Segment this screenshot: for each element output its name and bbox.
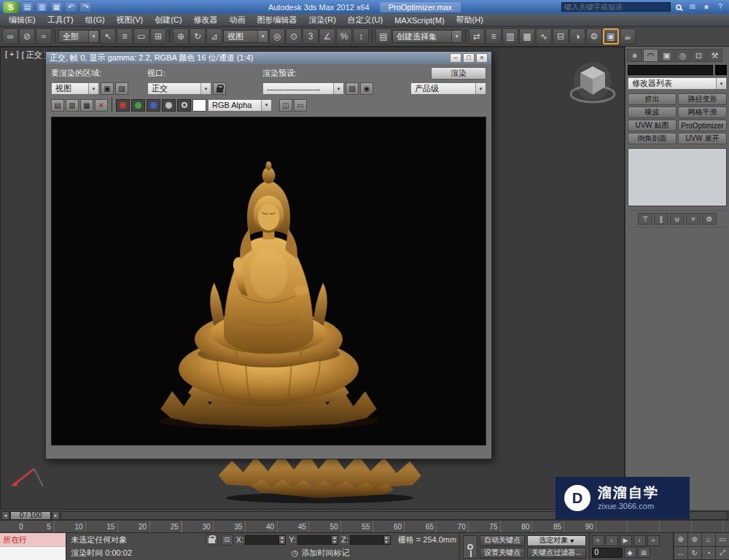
time-slider-handle[interactable]: 0 / 100 [10, 511, 51, 520]
menu-item[interactable]: 帮助(H) [451, 14, 489, 26]
viewcube[interactable] [564, 56, 622, 114]
set-keys-button[interactable] [463, 535, 477, 559]
toolbar-toggle-icon[interactable]: ▭ [294, 99, 307, 112]
spinner-snap-icon[interactable]: ↕ [353, 28, 369, 44]
select-and-link-icon[interactable]: ∞ [2, 28, 18, 44]
menu-item[interactable]: 渲染(R) [303, 14, 342, 26]
zoom-extents-icon[interactable]: ⌂ [701, 533, 715, 547]
named-selection-sets-combo[interactable]: 创建选择集 ▾ [392, 30, 462, 43]
area-to-render-combo[interactable]: 视图 ▾ [51, 82, 99, 95]
mirror-icon[interactable]: ⇄ [469, 28, 485, 44]
percent-snap-icon[interactable]: % [336, 28, 352, 44]
minimize-button[interactable]: − [450, 53, 461, 63]
remove-modifier-icon[interactable]: × [686, 213, 701, 225]
object-name-field[interactable] [628, 65, 713, 75]
coordinate-input[interactable] [245, 535, 286, 545]
schematic-view-icon[interactable]: ⊟ [553, 28, 569, 44]
select-object-icon[interactable]: ↖ [100, 28, 116, 44]
clear-image-icon[interactable]: × [95, 99, 108, 112]
add-time-tag-button[interactable]: ◷ 添加时间标记 [292, 548, 350, 559]
render-setup-icon[interactable]: ▨ [346, 82, 359, 95]
orbit-selected-icon[interactable]: ◔ [701, 547, 715, 560]
green-channel-icon[interactable] [131, 99, 145, 112]
select-scale-icon[interactable]: ⊿ [206, 28, 222, 44]
modifier-set-button[interactable]: 网格平滑 [678, 106, 727, 118]
spinner-icon[interactable] [331, 536, 338, 544]
redo-icon[interactable]: ↷ [79, 1, 92, 12]
selected-objects-button[interactable]: 选定对象 ▾ [527, 535, 585, 546]
background-color-swatch[interactable] [192, 99, 206, 112]
rectangular-region-icon[interactable]: ▭ [133, 28, 149, 44]
modifier-set-button[interactable]: 路径变形 [678, 93, 727, 105]
layer-manager-icon[interactable]: ▥ [502, 28, 518, 44]
render-production-icon[interactable]: ☕ [620, 28, 636, 44]
key-filters-button[interactable]: 关键点过滤器... [527, 548, 585, 559]
curve-editor-icon[interactable]: ∿ [536, 28, 552, 44]
object-color-swatch[interactable] [715, 65, 727, 75]
tab-utilities[interactable]: ⚒ [707, 49, 722, 62]
current-frame-input[interactable]: 0 [592, 548, 623, 558]
modifier-set-button[interactable]: 挤出 [628, 93, 677, 105]
absolute-offset-toggle[interactable]: ⊡ [221, 534, 233, 545]
blue-channel-icon[interactable] [147, 99, 160, 112]
render-preset-combo[interactable]: -------------------- ▾ [262, 82, 344, 95]
close-button[interactable]: × [476, 53, 488, 63]
menu-item[interactable]: 图形编辑器 [252, 14, 303, 26]
bind-to-spacewarp-icon[interactable]: ≈ [36, 28, 52, 44]
menu-item[interactable]: 创建(C) [149, 14, 187, 26]
pan-icon[interactable]: ↔ [674, 547, 687, 560]
communication-center-icon[interactable]: ✉ [687, 2, 698, 12]
selection-filter-combo[interactable]: 全部 ▾ [58, 30, 99, 43]
zoom-icon[interactable]: ⊕ [674, 533, 687, 547]
graphite-ribbon-icon[interactable]: ▦ [519, 28, 535, 44]
menu-item[interactable]: MAXScript(M) [389, 14, 450, 26]
snaps-toggle-icon[interactable]: 3 [303, 28, 319, 44]
edit-region-icon[interactable]: ▣ [101, 82, 114, 95]
tab-motion[interactable]: ◎ [675, 49, 690, 62]
auto-key-button[interactable]: 自动关键点 [480, 535, 525, 546]
macro-recorder-line[interactable]: 所在行 [0, 533, 66, 546]
spinner-icon[interactable] [383, 536, 390, 544]
next-frame-icon[interactable]: › [634, 535, 646, 546]
play-icon[interactable]: ▶ [620, 535, 632, 546]
search-input[interactable] [561, 2, 671, 12]
red-channel-icon[interactable] [116, 99, 130, 112]
viewport-pov-menu[interactable]: [ 正交 ] [22, 50, 47, 61]
modifier-list-combo[interactable]: 修改器列表 ▾ [628, 77, 727, 90]
unlink-selection-icon[interactable]: ⊘ [19, 28, 35, 44]
monochrome-icon[interactable] [162, 99, 176, 112]
edit-selection-sets-icon[interactable]: ▤ [375, 28, 391, 44]
rendered-frame-window[interactable]: 正交, 帧 0, 显示 gamma: 2.2, RGBA 颜色 16 位/通道 … [45, 51, 492, 459]
auto-region-icon[interactable]: ▨ [115, 82, 128, 95]
viewport-general-menu[interactable]: [ + ] [5, 50, 19, 61]
menu-item[interactable]: 工具(T) [42, 14, 79, 26]
window-crossing-icon[interactable]: ⊞ [150, 28, 166, 44]
modifier-set-button[interactable]: 噪波 [628, 106, 677, 118]
modifier-set-button[interactable]: UVW 贴图 [628, 120, 677, 131]
render-viewport-combo[interactable]: 正交 ▾ [147, 82, 211, 95]
render-setup-icon[interactable]: ⚙ [586, 28, 602, 44]
environment-dialog-icon[interactable]: ◉ [360, 82, 373, 95]
render-window-title-bar[interactable]: 正交, 帧 0, 显示 gamma: 2.2, RGBA 颜色 16 位/通道 … [46, 52, 491, 64]
3ds-max-logo-icon[interactable]: S [3, 1, 19, 13]
favorites-icon[interactable]: ★ [701, 2, 712, 12]
copy-image-icon[interactable]: ▥ [66, 99, 79, 112]
select-move-icon[interactable]: ⊕ [173, 28, 189, 44]
zoom-all-icon[interactable]: ⊚ [687, 533, 701, 547]
align-icon[interactable]: ≡ [486, 28, 502, 44]
key-mode-toggle-icon[interactable]: ◆ [624, 547, 636, 558]
previous-frame-arrow[interactable]: ◂ [1, 511, 9, 520]
spinner-icon[interactable] [278, 536, 285, 544]
alpha-channel-icon[interactable] [177, 99, 191, 112]
listener-line[interactable] [0, 546, 66, 560]
coordinate-input[interactable] [297, 535, 338, 545]
undo-icon[interactable]: ↶ [65, 1, 77, 12]
maxscript-mini-listener[interactable]: 所在行 [0, 533, 66, 560]
menu-item[interactable]: 编辑(E) [3, 14, 42, 26]
tab-create[interactable]: ∗ [627, 49, 642, 62]
menu-item[interactable]: 动画 [224, 14, 252, 26]
angle-snap-icon[interactable]: ∠ [319, 28, 335, 44]
new-scene-icon[interactable]: ▤ [21, 1, 34, 12]
select-rotate-icon[interactable]: ↻ [190, 28, 206, 44]
zoom-region-icon[interactable]: ▭ [715, 533, 729, 547]
